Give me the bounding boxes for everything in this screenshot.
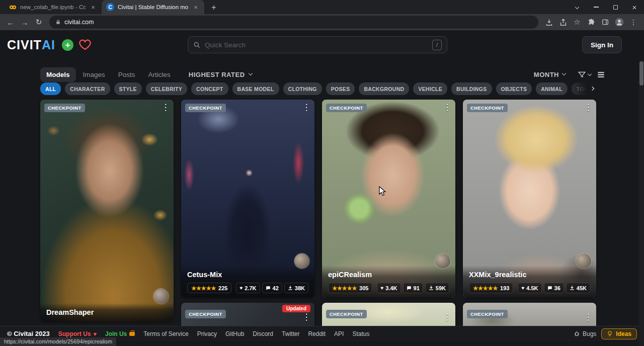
close-window-button[interactable]: ×: [625, 0, 644, 14]
search-bar[interactable]: /: [188, 36, 447, 53]
sort-dropdown[interactable]: HIGHEST RATED: [189, 71, 252, 78]
comment-icon: [547, 286, 552, 291]
maximize-button[interactable]: [606, 0, 625, 14]
category-chip-style[interactable]: STYLE: [114, 82, 142, 95]
category-chip-poses[interactable]: POSES: [326, 82, 355, 95]
footer-link-join-us[interactable]: Join Us: [105, 330, 135, 337]
footer-link-discord[interactable]: Discord: [253, 330, 273, 337]
model-preview-image: [40, 100, 174, 322]
card-menu-button[interactable]: ⋮: [582, 312, 594, 322]
footer-link-terms[interactable]: Terms of Service: [143, 330, 188, 337]
tab-colab[interactable]: new_colab_file.ipynb - Colaborat ×: [4, 0, 102, 14]
model-card-xxmix-9realistic[interactable]: CHECKPOINT ⋮ XXMix_9realistic ★★★★★ 193 …: [463, 100, 596, 298]
search-input[interactable]: [205, 41, 428, 49]
tab-articles[interactable]: Articles: [142, 67, 177, 82]
comments-pill: 91: [403, 283, 423, 293]
forward-button[interactable]: →: [18, 16, 31, 29]
page-scrollbar[interactable]: [639, 60, 644, 346]
bugs-button[interactable]: Bugs: [574, 330, 596, 337]
site-header: CIVITAI + / Sign In: [0, 30, 644, 59]
sign-in-button[interactable]: Sign In: [582, 36, 622, 53]
chevron-down-icon: [562, 71, 566, 75]
extensions-puzzle-icon[interactable]: [585, 16, 598, 29]
footer-link-api[interactable]: API: [334, 330, 344, 337]
downloads-pill: 38K: [284, 283, 308, 293]
category-chip-clothing[interactable]: CLOTHING: [283, 82, 322, 95]
filter-button[interactable]: [578, 70, 591, 79]
category-chip-background[interactable]: BACKGROUND: [359, 82, 409, 95]
model-title: XXMix_9realistic: [469, 271, 590, 279]
category-chip-concept[interactable]: CONCEPT: [191, 82, 228, 95]
footer-link-status[interactable]: Status: [352, 330, 369, 337]
model-stats-row: ★★★★★ 305 ♥3.4K 91 59K: [328, 283, 449, 293]
address-bar[interactable]: civitai.com: [49, 16, 538, 29]
category-chip-vehicle[interactable]: VEHICLE: [413, 82, 447, 95]
model-stats-row: ★★★★★ 225 ♥2.7K 42 38K: [187, 283, 308, 293]
download-icon: [288, 285, 293, 291]
categories-scroll-right-button[interactable]: [564, 80, 595, 97]
downloads-pill: 45K: [566, 283, 590, 293]
scrollbar-thumb[interactable]: [639, 61, 643, 85]
creator-avatar[interactable]: [576, 253, 591, 269]
minimize-button[interactable]: [587, 0, 606, 14]
model-card-epicrealism[interactable]: CHECKPOINT ⋮ epiCRealism ★★★★★ 305 ♥3.4K…: [322, 100, 455, 298]
rating-count: 305: [359, 285, 368, 291]
model-type-badge: CHECKPOINT: [185, 310, 226, 318]
category-chip-buildings[interactable]: BUILDINGS: [451, 82, 492, 95]
browser-window: new_colab_file.ipynb - Colaborat × C Civ…: [0, 0, 644, 346]
tab-civitai[interactable]: C Civitai | Stable Diffusion models, ×: [102, 0, 204, 14]
share-icon[interactable]: [556, 16, 570, 29]
tab-search-chevron-icon[interactable]: [568, 0, 587, 14]
ideas-button[interactable]: Ideas: [601, 328, 637, 339]
profile-avatar[interactable]: [613, 16, 626, 29]
card-menu-button[interactable]: ⋮: [582, 102, 594, 113]
download-icon: [429, 285, 434, 291]
card-menu-button[interactable]: ⋮: [159, 102, 172, 113]
new-tab-button[interactable]: +: [207, 1, 220, 14]
card-menu-button[interactable]: ⋮: [300, 102, 312, 113]
footer-link-reddit[interactable]: Reddit: [308, 330, 326, 337]
creator-avatar[interactable]: [435, 253, 450, 269]
creator-avatar[interactable]: [153, 289, 169, 304]
period-dropdown[interactable]: MONTH: [534, 71, 566, 78]
tab-close-icon[interactable]: ×: [192, 4, 200, 11]
civitai-page: CIVITAI + / Sign In Models Images Posts …: [0, 30, 644, 346]
chevron-down-icon: [248, 71, 252, 75]
card-menu-button[interactable]: ⋮: [300, 312, 312, 322]
footer-link-privacy[interactable]: Privacy: [197, 330, 217, 337]
card-menu-button[interactable]: ⋮: [441, 312, 453, 322]
tab-posts[interactable]: Posts: [112, 67, 141, 82]
tab-models[interactable]: Models: [40, 67, 76, 82]
category-chip-base-model[interactable]: BASE MODEL: [232, 82, 279, 95]
category-chip-all[interactable]: ALL: [40, 82, 61, 95]
footer-link-support-us[interactable]: Support Us♥: [58, 330, 97, 337]
model-card-dreamshaper[interactable]: CHECKPOINT ⋮ DreamShaper: [40, 100, 174, 322]
model-card-cetus-mix[interactable]: CHECKPOINT ⋮ Cetus-Mix ★★★★★ 225 ♥2.7K 4…: [181, 100, 314, 298]
back-button[interactable]: ←: [4, 16, 17, 29]
category-chip-objects[interactable]: OBJECTS: [496, 82, 532, 95]
rating-count: 225: [218, 285, 227, 291]
tab-close-icon[interactable]: ×: [89, 4, 97, 11]
category-chip-animal[interactable]: ANIMAL: [536, 82, 568, 95]
colab-icon: [9, 3, 17, 11]
rating-pill: ★★★★★ 193: [469, 283, 513, 293]
category-chip-character[interactable]: CHARACTER: [65, 82, 110, 95]
side-panel-icon[interactable]: [599, 16, 612, 29]
browser-menu-icon[interactable]: ⋮: [627, 16, 640, 29]
footer-link-twitter[interactable]: Twitter: [282, 330, 299, 337]
civitai-logo[interactable]: CIVITAI: [7, 38, 55, 52]
create-button[interactable]: +: [62, 39, 73, 51]
card-menu-button[interactable]: ⋮: [441, 102, 453, 113]
favorites-heart-icon[interactable]: [79, 39, 91, 50]
reload-button[interactable]: ↻: [32, 16, 45, 29]
downloads-icon[interactable]: [542, 16, 555, 29]
category-chip-celebrity[interactable]: CELEBRITY: [146, 82, 187, 95]
model-title: epiCRealism: [328, 271, 449, 279]
bookmark-star-icon[interactable]: ☆: [571, 16, 584, 29]
chevron-down-icon: [588, 72, 592, 76]
creator-avatar[interactable]: [294, 253, 309, 269]
tab-images[interactable]: Images: [77, 67, 111, 82]
model-stats-row: ★★★★★ 193 ♥4.5K 36 45K: [469, 283, 590, 293]
footer-link-github[interactable]: GitHub: [225, 330, 244, 337]
layout-toggle-button[interactable]: [596, 70, 606, 79]
